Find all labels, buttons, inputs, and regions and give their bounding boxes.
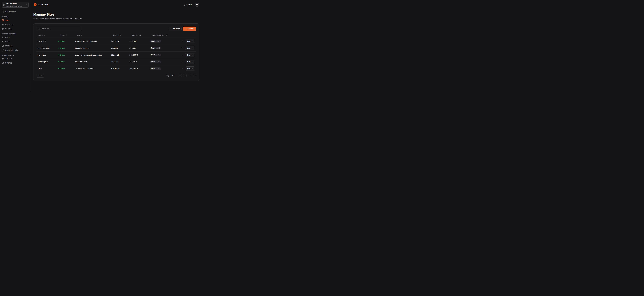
main-area: PANGOLIN System M Manage Sites Allow con… (30, 0, 202, 92)
connection-type-cell: Newtv1.3.2 (150, 67, 180, 70)
pangolin-logo-icon (33, 3, 37, 6)
row-actions: Edit (180, 66, 196, 71)
add-site-button[interactable]: Add Site (183, 26, 196, 31)
edit-button[interactable]: Edit (186, 53, 194, 57)
site-tunnel-cell: welcome-giant-mole-rat (75, 68, 111, 70)
sidebar-scrollbar-thumb[interactable] (30, 54, 30, 57)
sidebar-section-general: GENERAL (2, 16, 28, 18)
refresh-icon (170, 28, 172, 30)
column-header-name[interactable]: Name (36, 34, 58, 36)
table-header-row: NameOnlineSiteData InData OutConnection … (36, 32, 196, 38)
sidebar-item-label: Shareable Links (5, 49, 18, 51)
sidebar-item-settings[interactable]: Settings (2, 61, 28, 64)
link-icon (2, 49, 4, 51)
connection-type-badge: Newtv1.3.2 (150, 40, 161, 42)
connection-type-badge: Newtv1.3.2 (150, 60, 161, 63)
last-page-button[interactable] (193, 74, 196, 77)
row-actions: Edit (180, 39, 196, 44)
ellipsis-icon (182, 40, 184, 42)
edit-button[interactable]: Edit (186, 66, 194, 71)
online-dot-icon (58, 48, 58, 48)
row-menu-button[interactable] (181, 54, 184, 56)
organization-selector[interactable]: Organization milo@fossorial.io's ... (2, 2, 28, 8)
table-row: OfficeOnlinewelcome-giant-mole-rat534.98… (36, 65, 196, 72)
site-status-cell: Online (58, 40, 75, 42)
row-actions: Edit (180, 60, 196, 64)
first-page-button[interactable] (178, 74, 182, 77)
sidebar-item-users[interactable]: Users (2, 36, 28, 39)
connection-type-cell: Newtv1.3.2 (150, 60, 180, 63)
column-header-site[interactable]: Site (75, 34, 111, 36)
row-menu-button[interactable] (181, 40, 184, 42)
site-status-cell: Online (58, 54, 75, 56)
data-in-cell: 12.65 GB (111, 61, 130, 63)
sites-card: Refresh Add Site NameOnlineSiteData InDa… (33, 24, 199, 81)
sidebar-item-sites[interactable]: Sites (2, 19, 28, 22)
sidebar-item-invitations[interactable]: Invitations (2, 44, 28, 48)
edit-button[interactable]: Edit (186, 60, 194, 64)
sidebar-item-shareable-links[interactable]: Shareable Links (2, 48, 28, 52)
key-icon (2, 58, 4, 60)
data-out-cell: 780.12 GB (130, 68, 150, 70)
row-menu-button[interactable] (181, 67, 184, 70)
site-name-cell: AWS VPC (36, 40, 58, 42)
page-subtitle: Allow connectivity to your network throu… (33, 17, 199, 20)
sidebar-item-roles[interactable]: Roles (2, 40, 28, 43)
previous-page-button[interactable] (183, 74, 186, 77)
page-size-select[interactable]: 20 (36, 74, 44, 78)
arrow-right-icon (191, 68, 193, 70)
avatar[interactable]: M (195, 2, 199, 7)
site-name-cell: Office (36, 68, 58, 70)
table-row: Edge Device 01Onlinefortunate-cape-fox5.… (36, 45, 196, 52)
sidebar-item-label: Settings (5, 62, 12, 64)
brand[interactable]: PANGOLIN (33, 3, 48, 6)
sidebar-item-api-keys[interactable]: API Keys (2, 57, 28, 60)
edit-button[interactable]: Edit (186, 46, 194, 50)
sort-icon (66, 34, 67, 36)
connection-type-cell: Newtv1.3.2 (150, 47, 180, 49)
pagination-buttons (178, 74, 196, 77)
sidebar-item-label: Users (5, 36, 10, 38)
edit-button[interactable]: Edit (186, 39, 194, 44)
brand-name: PANGOLIN (38, 4, 48, 6)
column-header-data-in[interactable]: Data In (111, 34, 130, 36)
arrow-right-icon (191, 61, 193, 62)
site-tunnel-cell: smug-brown-rat (75, 61, 111, 63)
data-out-cell: 34.80 GB (130, 61, 150, 63)
globe-icon (2, 28, 4, 30)
sidebar-item-label: API Keys (5, 58, 13, 60)
data-in-cell: 5.00 MB (111, 47, 130, 49)
site-status-cell: Online (58, 61, 75, 63)
next-page-button[interactable] (188, 74, 191, 77)
sidebar-nav: Server Admin GENERALSitesResourcesDomain… (0, 10, 30, 64)
site-tunnel-cell: vivacious-little-blue-penguin (75, 40, 111, 42)
row-actions: Edit (180, 53, 196, 57)
theme-toggle[interactable]: System (184, 4, 192, 6)
row-actions: Edit (180, 46, 196, 50)
site-name-cell: Home Lab (36, 54, 58, 56)
user-icon (2, 36, 4, 38)
column-header-connection-type[interactable]: Connection Type (150, 34, 180, 36)
table-row: Home LabOnlinedead-san-joaquin-antelope-… (36, 52, 196, 58)
row-menu-button[interactable] (181, 60, 184, 63)
connection-type-cell: Newtv1.3.2 (150, 40, 180, 42)
sidebar-item-domains[interactable]: Domains (2, 27, 28, 30)
sort-icon (139, 34, 141, 36)
row-menu-button[interactable] (181, 47, 184, 49)
top-bar: PANGOLIN System M (33, 0, 199, 9)
sites-table: NameOnlineSiteData InData OutConnection … (36, 32, 196, 72)
sidebar-item-server-admin[interactable]: Server Admin (2, 10, 28, 14)
refresh-button[interactable]: Refresh (169, 26, 182, 31)
column-header-online[interactable]: Online (58, 34, 75, 36)
search-input[interactable] (41, 28, 81, 30)
site-name-cell: Jeff's Laptop (36, 61, 58, 63)
data-out-cell: 52.02 MB (130, 40, 150, 42)
site-status-cell: Online (58, 47, 75, 49)
arrow-right-icon (191, 54, 193, 56)
page-header: Manage Sites Allow connectivity to your … (33, 12, 199, 20)
arrow-right-icon (191, 47, 193, 49)
card-footer: 20 Page 1 of 1 (36, 74, 196, 78)
search-box (36, 26, 82, 31)
column-header-data-out[interactable]: Data Out (130, 34, 150, 36)
sidebar-item-resources[interactable]: Resources (2, 23, 28, 26)
